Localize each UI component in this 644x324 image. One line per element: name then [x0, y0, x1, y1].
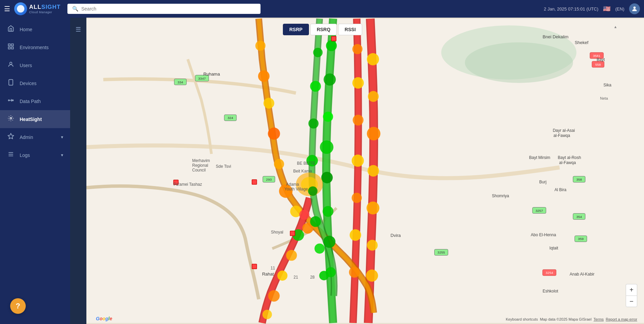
- zoom-in-button[interactable]: +: [626, 284, 637, 296]
- svg-text:Youth Village: Youth Village: [285, 187, 308, 191]
- sidebar-item-users[interactable]: Users: [0, 56, 70, 74]
- svg-text:Sde Tsvi: Sde Tsvi: [216, 164, 231, 169]
- sidebar-item-datapath[interactable]: Data Path: [0, 92, 70, 110]
- sidebar-label-admin: Admin: [20, 135, 33, 140]
- svg-point-50: [313, 48, 323, 57]
- svg-text:Burj: Burj: [539, 180, 546, 184]
- sidebar-item-heatsight[interactable]: HeatSight: [0, 110, 70, 128]
- svg-text:3254: 3254: [546, 271, 554, 275]
- sidebar-item-admin[interactable]: Admin ▾: [0, 128, 70, 146]
- map-credits: Keyboard shortcuts Map data ©2025 Mapa G…: [506, 317, 637, 321]
- side-panel-toggle[interactable]: ☰: [73, 23, 84, 36]
- svg-text:Bnei Dekalim: Bnei Dekalim: [543, 34, 568, 39]
- svg-point-62: [268, 290, 280, 302]
- svg-text:11: 11: [271, 266, 275, 270]
- svg-text:Iqtait: Iqtait: [549, 246, 559, 250]
- svg-point-43: [268, 127, 280, 140]
- svg-rect-88: [331, 36, 336, 41]
- zoom-controls: + −: [626, 284, 637, 307]
- rsrp-tab[interactable]: RSRP: [283, 24, 309, 35]
- svg-text:Dayr al-Asai: Dayr al-Asai: [553, 128, 575, 133]
- rsrq-tab[interactable]: RSRQ: [310, 24, 337, 35]
- svg-point-23: [367, 240, 378, 251]
- svg-point-41: [258, 70, 270, 82]
- svg-text:354: 354: [576, 215, 582, 219]
- svg-text:Bayt al-Rosh: Bayt al-Rosh: [558, 155, 581, 160]
- rssi-tab[interactable]: RSSI: [338, 24, 362, 35]
- sidebar-item-devices[interactable]: Devices: [0, 74, 70, 92]
- svg-point-20: [367, 127, 380, 140]
- admin-arrow: ▾: [61, 135, 63, 140]
- user-avatar[interactable]: [629, 3, 640, 14]
- menu-icon[interactable]: ☰: [4, 5, 10, 13]
- sidebar-item-home[interactable]: Home: [0, 20, 70, 38]
- svg-point-61: [277, 270, 288, 281]
- sidebar-item-logs[interactable]: Logs ▾: [0, 146, 70, 164]
- sidebar-label-users: Users: [20, 63, 32, 68]
- svg-point-22: [367, 202, 379, 215]
- devices-icon: [7, 79, 15, 87]
- svg-text:Shekef: Shekef: [575, 40, 588, 45]
- svg-text:Abo El-Henna: Abo El-Henna: [531, 232, 556, 237]
- svg-point-54: [308, 186, 317, 196]
- svg-point-17: [465, 42, 573, 83]
- svg-point-25: [352, 44, 362, 54]
- svg-text:28: 28: [310, 275, 315, 280]
- logo-inner: [17, 5, 24, 13]
- map-background[interactable]: 334 3347 324 293 3255 3257 354 358 359 3…: [86, 18, 644, 324]
- svg-point-29: [352, 193, 362, 203]
- svg-point-21: [368, 165, 379, 177]
- svg-point-37: [323, 206, 333, 217]
- svg-point-36: [321, 172, 333, 183]
- help-button[interactable]: ?: [10, 298, 26, 314]
- logs-icon: [7, 151, 15, 159]
- svg-text:Anab Al-Kabir: Anab Al-Kabir: [570, 272, 595, 277]
- svg-text:Pa'amei Tashaz: Pa'amei Tashaz: [173, 182, 202, 187]
- svg-point-28: [352, 155, 364, 167]
- svg-text:358: 358: [576, 178, 582, 181]
- svg-text:Sika: Sika: [603, 83, 611, 87]
- svg-text:Bayt Mirsim: Bayt Mirsim: [529, 155, 550, 160]
- svg-text:Beit Kama: Beit Kama: [293, 169, 312, 174]
- environments-icon: [7, 43, 15, 52]
- svg-point-57: [319, 271, 329, 280]
- topbar-right: 2 Jan, 2025 07:15:01 (UTC) 🇺🇸 (EN): [544, 3, 640, 14]
- svg-text:Adama: Adama: [286, 182, 299, 187]
- map-svg: 334 3347 324 293 3255 3257 354 358 359 3…: [86, 18, 644, 324]
- datapath-icon: [7, 97, 15, 105]
- search-bar[interactable]: 🔍: [67, 4, 261, 14]
- zoom-out-button[interactable]: −: [626, 296, 637, 307]
- svg-text:324: 324: [228, 116, 233, 120]
- users-icon: [7, 61, 15, 69]
- terms-link[interactable]: Terms: [594, 317, 604, 321]
- topbar: ☰ ALLSIGHT Cloud Manager 🔍 2 Jan, 2025 0…: [0, 0, 644, 18]
- search-icon: 🔍: [72, 6, 79, 12]
- svg-text:3347: 3347: [198, 77, 206, 80]
- datetime-label: 2 Jan, 2025 07:15:01 (UTC): [544, 6, 598, 12]
- svg-rect-91: [290, 231, 295, 236]
- help-icon: ?: [16, 302, 20, 310]
- svg-point-40: [255, 41, 266, 51]
- svg-point-24: [366, 269, 378, 282]
- sidebar-item-environments[interactable]: Environments: [0, 38, 70, 56]
- report-link[interactable]: Report a map error: [606, 317, 637, 321]
- svg-text:334: 334: [178, 80, 183, 84]
- svg-text:al-Fawqa: al-Fawqa: [559, 160, 576, 165]
- search-input[interactable]: [81, 6, 256, 12]
- svg-point-0: [633, 6, 636, 9]
- brand-sub: Cloud Manager: [29, 11, 61, 14]
- svg-point-42: [264, 98, 274, 109]
- svg-point-30: [350, 229, 361, 241]
- svg-point-32: [326, 40, 337, 51]
- svg-point-34: [323, 112, 333, 122]
- svg-text:Council: Council: [192, 168, 206, 173]
- svg-text:Neta: Neta: [600, 97, 608, 101]
- svg-text:▲: ▲: [614, 25, 617, 29]
- logs-arrow: ▾: [61, 153, 63, 158]
- svg-text:21: 21: [294, 275, 298, 280]
- app-logo: ALLSIGHT Cloud Manager: [14, 2, 61, 15]
- keyboard-shortcuts[interactable]: Keyboard shortcuts: [506, 317, 538, 321]
- svg-point-26: [352, 77, 364, 89]
- svg-point-35: [320, 140, 333, 154]
- svg-point-52: [308, 118, 318, 128]
